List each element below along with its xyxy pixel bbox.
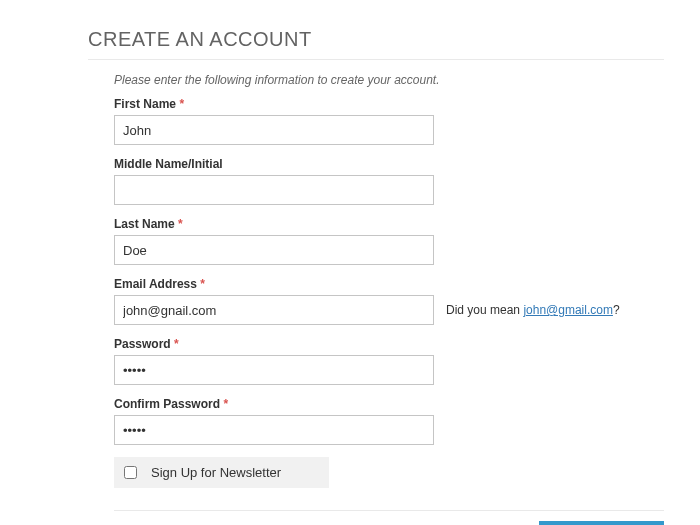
newsletter-checkbox[interactable] bbox=[124, 466, 137, 479]
email-row: Email Address * Did you mean john@gmail.… bbox=[114, 277, 664, 325]
last-name-input[interactable] bbox=[114, 235, 434, 265]
required-marker: * bbox=[179, 97, 184, 111]
create-account-form: First Name * Middle Name/Initial Last Na… bbox=[114, 97, 664, 525]
password-row: Password * bbox=[114, 337, 664, 385]
email-input[interactable] bbox=[114, 295, 434, 325]
last-name-row: Last Name * bbox=[114, 217, 664, 265]
first-name-input[interactable] bbox=[114, 115, 434, 145]
form-actions: « Back REGISTER bbox=[114, 510, 664, 525]
required-marker: * bbox=[174, 337, 179, 351]
confirm-password-input[interactable] bbox=[114, 415, 434, 445]
middle-name-label: Middle Name/Initial bbox=[114, 157, 664, 171]
instructions-text: Please enter the following information t… bbox=[114, 73, 664, 87]
email-suggestion: Did you mean john@gmail.com? bbox=[446, 303, 620, 317]
first-name-label: First Name * bbox=[114, 97, 664, 111]
email-suggestion-link[interactable]: john@gmail.com bbox=[523, 303, 613, 317]
newsletter-label: Sign Up for Newsletter bbox=[151, 465, 281, 480]
first-name-row: First Name * bbox=[114, 97, 664, 145]
newsletter-row[interactable]: Sign Up for Newsletter bbox=[114, 457, 329, 488]
required-marker: * bbox=[223, 397, 228, 411]
confirm-password-label: Confirm Password * bbox=[114, 397, 664, 411]
page-title: CREATE AN ACCOUNT bbox=[88, 28, 664, 60]
password-input[interactable] bbox=[114, 355, 434, 385]
password-label: Password * bbox=[114, 337, 664, 351]
last-name-label: Last Name * bbox=[114, 217, 664, 231]
email-label: Email Address * bbox=[114, 277, 664, 291]
confirm-password-row: Confirm Password * bbox=[114, 397, 664, 445]
required-marker: * bbox=[200, 277, 205, 291]
register-button[interactable]: REGISTER bbox=[539, 521, 664, 525]
middle-name-input[interactable] bbox=[114, 175, 434, 205]
middle-name-row: Middle Name/Initial bbox=[114, 157, 664, 205]
required-marker: * bbox=[178, 217, 183, 231]
